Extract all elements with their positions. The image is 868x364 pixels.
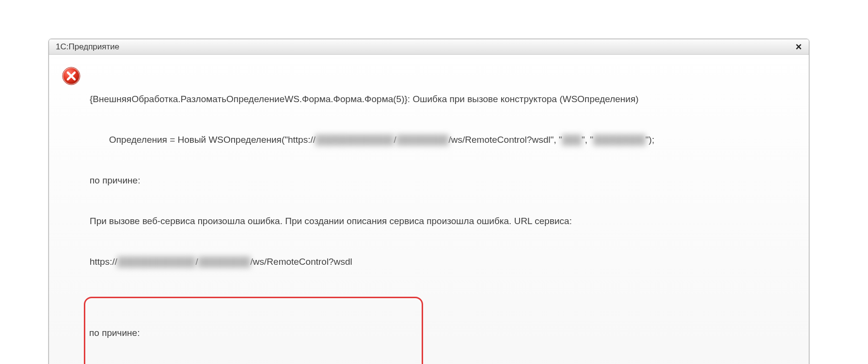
- redacted-text: ████████████: [117, 255, 196, 269]
- error-message: {ВнешняяОбработка.РазломатьОпределениеWS…: [90, 65, 796, 364]
- highlighted-line-1: по причине:: [89, 326, 417, 340]
- message-line-5: https://████████████/████████/ws/RemoteC…: [90, 255, 796, 269]
- redacted-text: ████████: [396, 133, 449, 147]
- dialog-titlebar: 1С:Предприятие ×: [49, 39, 809, 55]
- error-icon: [62, 66, 81, 86]
- message-line-2: Определения = Новый WSОпределения("https…: [90, 133, 796, 147]
- dialog-content: {ВнешняяОбработка.РазломатьОпределениеWS…: [62, 65, 796, 364]
- redacted-text: ████████: [198, 255, 251, 269]
- redacted-text: ████████████: [316, 133, 394, 147]
- message-line-3: по причине:: [90, 174, 796, 187]
- dialog-body: {ВнешняяОбработка.РазломатьОпределениеWS…: [49, 55, 809, 364]
- dialog-title: 1С:Предприятие: [56, 42, 119, 52]
- redacted-text: ███: [562, 133, 582, 147]
- error-dialog: 1С:Предприятие ×: [48, 39, 809, 364]
- highlighted-error: по причине: Ошибка работы с Интернет: Уд…: [84, 297, 423, 364]
- message-line-1: {ВнешняяОбработка.РазломатьОпределениеWS…: [90, 92, 796, 106]
- redacted-text: ████████: [593, 133, 646, 147]
- message-line-4: При вызове веб-сервиса произошла ошибка.…: [90, 214, 796, 228]
- close-icon[interactable]: ×: [793, 42, 804, 52]
